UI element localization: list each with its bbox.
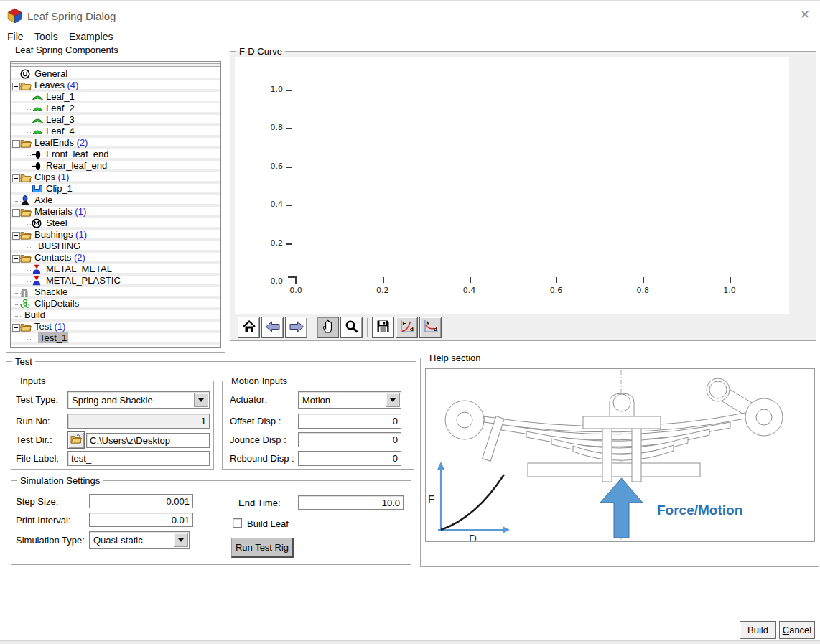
leaf-icon <box>32 92 44 102</box>
end-time-field[interactable] <box>298 495 404 510</box>
home-button[interactable] <box>238 317 260 338</box>
actuator-select[interactable]: Motion <box>298 391 401 409</box>
file-label-field[interactable] <box>67 451 210 466</box>
leaf-end-icon <box>32 149 42 159</box>
f-axis-label: F <box>428 493 434 505</box>
inputs-group-label: Inputs <box>17 375 48 386</box>
end-time-label: End Time: <box>238 498 281 508</box>
forward-button[interactable] <box>285 317 307 338</box>
svg-text:d: d <box>434 326 437 332</box>
chevron-down-icon[interactable] <box>386 393 400 407</box>
tree-item-count: (4) <box>65 80 79 90</box>
d-axis-arrowhead <box>503 527 510 533</box>
collapse-toggle-icon[interactable] <box>12 174 20 182</box>
contact-icon <box>32 276 42 286</box>
tree-item[interactable]: Front_leaf_end <box>11 149 220 161</box>
print-interval-field[interactable] <box>89 513 193 527</box>
tree-item[interactable]: LeafEnds (2) <box>11 138 220 149</box>
tree-item[interactable]: BUSHING <box>11 241 220 253</box>
tree-item[interactable]: Clips (1) <box>11 172 220 184</box>
collapse-toggle-icon[interactable] <box>12 232 20 240</box>
contact-icon <box>32 264 42 274</box>
tree-item[interactable]: METAL_METAL <box>11 264 220 276</box>
tree-item[interactable]: Axle <box>11 195 220 207</box>
back-arrow-icon <box>265 321 281 335</box>
tree-item[interactable]: Leaf_4 <box>11 126 220 138</box>
cancel-button[interactable]: Cancel <box>779 621 815 639</box>
back-button[interactable] <box>261 317 284 338</box>
tree-item[interactable]: ClipDetails <box>11 299 220 310</box>
tree-item[interactable]: Shackle <box>11 287 220 299</box>
test-type-select[interactable]: Spring and Shackle <box>67 391 210 409</box>
tree-item[interactable]: Leaves (4) <box>11 80 220 92</box>
collapse-toggle-icon[interactable] <box>12 83 20 90</box>
collapse-toggle-icon[interactable] <box>12 209 20 217</box>
svg-text:F: F <box>402 320 406 327</box>
folder-icon <box>20 253 32 263</box>
tree-item[interactable]: Test (1) <box>11 322 220 333</box>
y-tick-label: 0.6 <box>256 162 283 171</box>
save-floppy-icon <box>376 319 390 335</box>
tree-item[interactable]: Contacts (2) <box>11 253 220 264</box>
tree-item[interactable]: Build <box>11 310 220 322</box>
tree-item[interactable]: Steel <box>11 218 220 230</box>
u-circle-icon <box>20 69 30 79</box>
pan-button[interactable] <box>317 317 339 338</box>
tree-item[interactable]: Leaf_3 <box>11 115 220 126</box>
test-dir-field[interactable] <box>86 433 210 448</box>
tree-item[interactable]: Bushings (1) <box>11 230 220 241</box>
plot-figure: 1.00.80.60.40.20.00.00.20.40.60.81.0 <box>235 57 789 314</box>
tree-item-label: Test <box>34 321 52 332</box>
build-leaf-checkbox[interactable] <box>233 518 242 528</box>
offset-disp-field[interactable] <box>298 414 401 429</box>
help-section-group-label: Help section <box>427 353 484 363</box>
tree-item-count: (1) <box>52 321 66 332</box>
x-tick-mark <box>643 277 644 283</box>
step-size-label: Step Size: <box>16 496 58 507</box>
kd-plot-button[interactable]: kd <box>419 317 442 338</box>
tree-item[interactable]: General <box>11 69 220 80</box>
shackle-icon <box>20 287 29 297</box>
y-tick-label: 0.4 <box>256 200 283 209</box>
tree-item[interactable]: Leaf_1 <box>11 92 220 103</box>
collapse-toggle-icon[interactable] <box>12 255 20 263</box>
tree-item-label: Leaves <box>34 80 65 90</box>
menu-examples[interactable]: Examples <box>67 31 114 42</box>
help-diagram: Force/Motion F D <box>426 369 814 541</box>
zoom-button[interactable] <box>340 317 363 338</box>
jounce-disp-field[interactable] <box>298 432 401 447</box>
collapse-toggle-icon[interactable] <box>12 140 20 148</box>
tree-item[interactable]: METAL_PLASTIC <box>11 276 220 287</box>
simulation-type-value: Quasi-static <box>90 535 173 546</box>
tree-item-count: (1) <box>55 172 70 182</box>
leaf-end-icon <box>32 161 42 171</box>
simulation-type-select[interactable]: Quasi-static <box>89 531 190 549</box>
tree-item[interactable]: Rear_leaf_end <box>11 161 220 172</box>
home-icon <box>242 320 256 335</box>
build-button[interactable]: Build <box>740 621 776 639</box>
folder-icon <box>20 172 32 182</box>
kd-plot-icon: kd <box>422 319 439 336</box>
tree-item-label: Test_1 <box>38 332 68 343</box>
menu-bar: File Tools Examples <box>0 27 820 45</box>
close-icon[interactable]: ✕ <box>796 7 814 22</box>
browse-folder-button[interactable] <box>67 431 85 449</box>
tree-item[interactable]: Test_1 <box>11 333 220 345</box>
x-tick-mark <box>383 277 384 283</box>
fd-plot-button[interactable]: Fd <box>396 317 418 338</box>
tree-item[interactable]: Materials (1) <box>11 207 220 218</box>
tree-item-count: (2) <box>71 252 85 263</box>
tree-item[interactable]: Leaf_2 <box>11 103 220 115</box>
chevron-down-icon[interactable] <box>194 393 208 407</box>
chevron-down-icon[interactable] <box>174 533 188 547</box>
force-arrow <box>600 478 643 538</box>
tree-item[interactable]: Clip_1 <box>11 184 220 195</box>
run-test-rig-button[interactable]: Run Test Rig <box>231 538 294 558</box>
rebound-disp-field[interactable] <box>298 451 401 466</box>
menu-tools[interactable]: Tools <box>33 31 60 42</box>
step-size-field[interactable] <box>89 494 193 508</box>
save-button[interactable] <box>372 317 394 338</box>
collapse-toggle-icon[interactable] <box>12 324 20 332</box>
simulation-settings-group-label: Simulation Settings <box>17 475 103 486</box>
menu-file[interactable]: File <box>6 31 25 42</box>
